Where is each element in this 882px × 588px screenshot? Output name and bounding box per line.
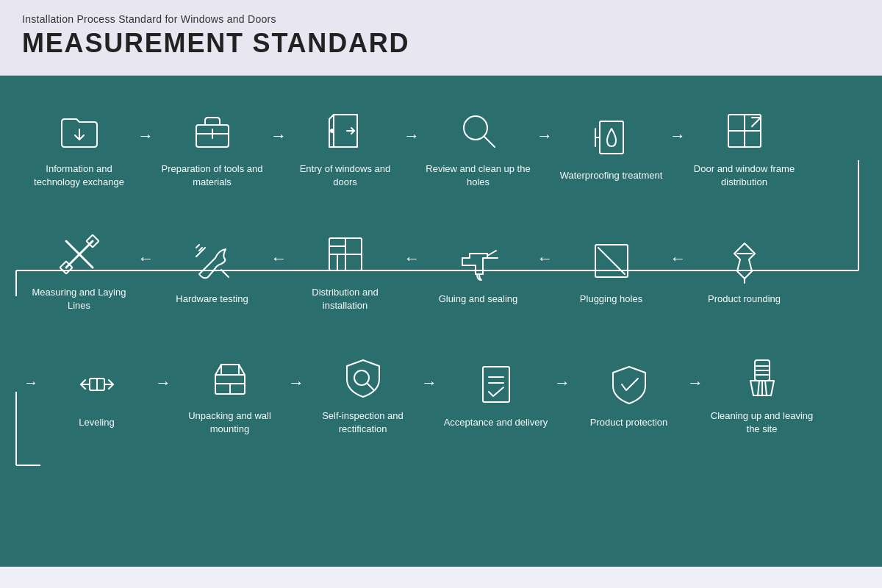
waterproof-icon — [588, 114, 635, 161]
arrow-15: → — [687, 373, 703, 392]
start-arrow-row3: → — [24, 374, 38, 391]
row-3: → Leveling → — [22, 352, 867, 435]
svg-point-51 — [354, 370, 369, 385]
step-self-inspect: Self-inspection and rectification — [306, 352, 420, 435]
step-leveling-label: Leveling — [79, 416, 114, 429]
step-tools-prep: Preparation of tools and materials — [155, 105, 269, 188]
step-leveling: Leveling — [40, 359, 154, 429]
step-protection-label: Product protection — [590, 416, 668, 429]
step-frame-dist: Door and window frame distribution — [687, 105, 801, 188]
arrow-2: → — [270, 126, 287, 146]
magnifier-icon — [455, 107, 502, 154]
arrow-10: → — [670, 250, 686, 269]
svg-rect-53 — [483, 367, 509, 402]
arrow-11: → — [155, 373, 171, 392]
header-title: MEASUREMENT STANDARD — [22, 28, 860, 59]
step-acceptance: Acceptance and delivery — [439, 359, 553, 429]
step-rounding-label: Product rounding — [708, 293, 781, 306]
wrench-icon — [189, 237, 236, 284]
step-info-tech: Information and technology exchange — [22, 105, 136, 188]
window-export-icon — [721, 107, 768, 154]
svg-point-14 — [464, 116, 487, 140]
step-protection: Product protection — [572, 359, 686, 429]
svg-line-29 — [196, 245, 199, 248]
step-entry-windows-label: Entry of windows and doors — [288, 162, 402, 188]
step-plugging: Plugging holes — [554, 235, 668, 306]
arrow-9: → — [537, 250, 553, 269]
arrow-6: → — [137, 250, 154, 269]
header-subtitle: Installation Process Standard for Window… — [22, 13, 860, 25]
arrow-12: → — [288, 373, 304, 392]
step-distribution: Distribution and installation — [288, 229, 402, 312]
arrow-14: → — [554, 373, 570, 392]
grid-window-icon — [322, 231, 369, 278]
toolbox-icon — [189, 107, 236, 154]
header: Installation Process Standard for Window… — [0, 0, 882, 76]
step-distribution-label: Distribution and installation — [288, 286, 402, 312]
step-rounding: Product rounding — [687, 235, 801, 306]
svg-line-22 — [752, 118, 761, 126]
svg-line-57 — [758, 381, 759, 395]
svg-line-58 — [765, 381, 767, 395]
step-unpacking: Unpacking and wall mounting — [173, 352, 287, 435]
arrow-5: → — [670, 126, 686, 146]
svg-point-12 — [331, 129, 334, 132]
svg-line-52 — [368, 384, 373, 390]
shield-search-icon — [340, 354, 387, 401]
step-cleanup-label: Cleaning up and leaving the site — [705, 409, 819, 435]
step-waterproofing-label: Waterproofing treatment — [560, 169, 663, 182]
arrow-13: → — [421, 373, 437, 392]
step-hardware: Hardware testing — [155, 235, 269, 306]
step-tools-prep-label: Preparation of tools and materials — [155, 162, 269, 188]
pin-icon — [721, 237, 768, 284]
step-acceptance-label: Acceptance and delivery — [444, 416, 548, 429]
arrow-3: → — [404, 126, 420, 146]
step-measuring: Measuring and Laying Lines — [22, 229, 136, 312]
step-frame-dist-label: Door and window frame distribution — [687, 162, 801, 188]
arrow-7: → — [270, 250, 287, 269]
plug-hole-icon — [588, 237, 635, 284]
step-self-inspect-label: Self-inspection and rectification — [306, 409, 420, 435]
arrow-4: → — [537, 126, 553, 146]
shield-check-icon — [606, 361, 653, 408]
svg-line-15 — [484, 137, 495, 147]
svg-line-27 — [221, 270, 229, 277]
ruler-pencil-icon — [56, 231, 103, 278]
row-2: Measuring and Laying Lines → Hardware te… — [22, 229, 867, 312]
step-plugging-label: Plugging holes — [580, 293, 642, 306]
door-entry-icon — [322, 107, 369, 154]
step-unpacking-label: Unpacking and wall mounting — [173, 409, 287, 435]
step-info-tech-label: Information and technology exchange — [22, 162, 136, 188]
arrow-8: → — [404, 250, 420, 269]
row-1: Information and technology exchange → Pr… — [22, 105, 867, 188]
step-entry-windows: Entry of windows and doors — [288, 105, 402, 188]
step-waterproofing: Waterproofing treatment — [554, 112, 668, 182]
svg-line-36 — [487, 251, 496, 256]
unpack-icon — [207, 354, 254, 401]
folder-icon — [56, 107, 103, 154]
step-measuring-label: Measuring and Laying Lines — [22, 286, 136, 312]
svg-rect-16 — [600, 121, 623, 154]
level-icon — [74, 361, 121, 408]
arrow-1: → — [137, 126, 154, 146]
step-review-holes: Review and clean up the holes — [421, 105, 535, 188]
step-cleanup: Cleaning up and leaving the site — [705, 352, 819, 435]
doc-check-icon — [473, 361, 520, 408]
step-review-holes-label: Review and clean up the holes — [421, 162, 535, 188]
step-hardware-label: Hardware testing — [176, 293, 248, 306]
step-gluing-label: Gluing and sealing — [439, 293, 518, 306]
main-content: Information and technology exchange → Pr… — [0, 76, 882, 567]
broom-icon — [739, 354, 786, 401]
glue-gun-icon — [455, 237, 502, 284]
step-gluing: Gluing and sealing — [421, 235, 535, 306]
svg-line-39 — [598, 248, 625, 274]
